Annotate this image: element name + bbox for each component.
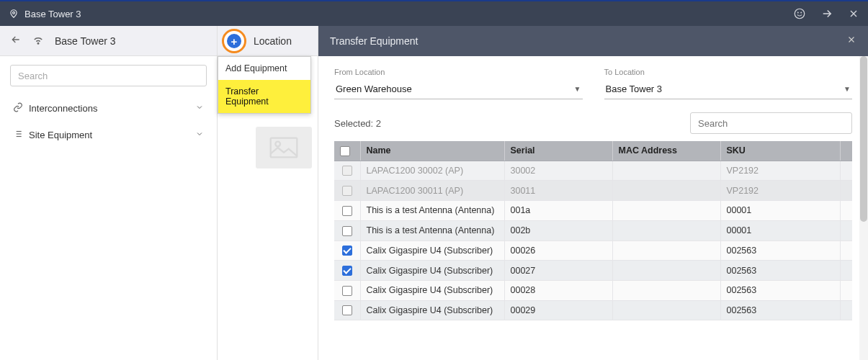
- cell-mac: [612, 280, 720, 300]
- row-checkbox[interactable]: [342, 286, 352, 296]
- table-row[interactable]: Calix Gigaspire U4 (Subscriber)000270025…: [334, 261, 852, 281]
- svg-point-2: [797, 12, 798, 13]
- add-location-button[interactable]: +: [222, 29, 246, 53]
- col-header-sku[interactable]: SKU: [720, 141, 841, 161]
- cell-serial: 00027: [504, 261, 612, 281]
- col-header-name[interactable]: Name: [360, 141, 504, 161]
- table-row[interactable]: This is a test Antenna (Antenna)001a0000…: [334, 201, 852, 221]
- forward-arrow-icon[interactable]: [820, 7, 833, 20]
- table-row[interactable]: Calix Gigaspire U4 (Subscriber)000260025…: [334, 240, 852, 261]
- row-checkbox[interactable]: [342, 226, 352, 236]
- location-panel: + Location Add Equipment Transfer Equipm…: [218, 26, 318, 360]
- row-checkbox[interactable]: [342, 206, 352, 216]
- from-location-value: Green Warehouse: [336, 84, 412, 94]
- cell-name: This is a test Antenna (Antenna): [360, 201, 504, 221]
- transfer-panel: Transfer Equipment From Location Green W…: [318, 26, 868, 360]
- svg-point-0: [13, 12, 15, 14]
- sidebar-item-interconnections[interactable]: Interconnections: [0, 95, 217, 122]
- cell-sku: VP2192: [720, 181, 841, 201]
- sidebar-item-site-equipment[interactable]: Site Equipment: [0, 122, 217, 148]
- cell-serial: 001a: [504, 201, 612, 221]
- caret-down-icon: ▼: [844, 85, 851, 93]
- table-row[interactable]: This is a test Antenna (Antenna)002b0000…: [334, 220, 852, 240]
- table-row[interactable]: Calix Gigaspire U4 (Subscriber)000290025…: [334, 300, 852, 320]
- location-pin-icon: [9, 9, 19, 19]
- link-icon: [13, 102, 29, 114]
- col-header-mac[interactable]: MAC Address: [612, 141, 720, 161]
- plus-icon: +: [227, 34, 241, 48]
- selected-count: Selected: 2: [334, 118, 381, 129]
- cell-name: LAPAC1200 30002 (AP): [360, 161, 504, 181]
- sidebar-header: Base Tower 3: [0, 26, 217, 56]
- cell-sku: 00001: [720, 201, 841, 221]
- equipment-table: Name Serial MAC Address SKU LAPAC1200 30…: [334, 141, 852, 320]
- cell-name: Calix Gigaspire U4 (Subscriber): [360, 240, 504, 261]
- app-topbar: Base Tower 3: [0, 0, 868, 26]
- cell-mac: [612, 240, 720, 261]
- cell-mac: [612, 181, 720, 201]
- col-header-serial[interactable]: Serial: [504, 141, 612, 161]
- sidebar-item-label: Interconnections: [29, 103, 195, 114]
- row-checkbox[interactable]: [342, 266, 352, 276]
- close-icon[interactable]: [846, 35, 856, 48]
- cell-sku: 00001: [720, 220, 841, 240]
- cell-serial: 00028: [504, 280, 612, 300]
- cell-name: Calix Gigaspire U4 (Subscriber): [360, 300, 504, 320]
- scrollbar-thumb[interactable]: [860, 56, 867, 222]
- header-checkbox[interactable]: [340, 146, 350, 156]
- menu-item-add-equipment[interactable]: Add Equipment: [218, 57, 310, 80]
- cell-sku: 002563: [720, 240, 841, 261]
- caret-down-icon: ▼: [574, 85, 581, 93]
- table-row[interactable]: Calix Gigaspire U4 (Subscriber)000280025…: [334, 280, 852, 300]
- row-checkbox: [342, 186, 352, 196]
- topbar-title: Base Tower 3: [24, 9, 81, 19]
- panel-title: Transfer Equipment: [330, 35, 418, 47]
- cell-serial: 00026: [504, 240, 612, 261]
- cell-name: LAPAC1200 30011 (AP): [360, 181, 504, 201]
- chevron-down-icon: [195, 103, 204, 114]
- cell-name: Calix Gigaspire U4 (Subscriber): [360, 280, 504, 300]
- cell-serial: 30011: [504, 181, 612, 201]
- table-search-input[interactable]: [690, 112, 852, 134]
- table-row[interactable]: LAPAC1200 30002 (AP)30002VP2192: [334, 161, 852, 181]
- table-row[interactable]: LAPAC1200 30011 (AP)30011VP2192: [334, 181, 852, 201]
- smiley-icon[interactable]: [793, 7, 806, 20]
- svg-rect-11: [271, 138, 297, 158]
- from-location-label: From Location: [334, 68, 583, 76]
- cell-serial: 00029: [504, 300, 612, 320]
- svg-point-1: [795, 9, 805, 19]
- list-icon: [13, 129, 29, 141]
- menu-item-transfer-equipment[interactable]: Transfer Equipment: [218, 80, 310, 113]
- close-window-icon[interactable]: [848, 8, 859, 19]
- wifi-icon: [32, 33, 45, 48]
- cell-sku: 002563: [720, 280, 841, 300]
- cell-name: This is a test Antenna (Antenna): [360, 220, 504, 240]
- cell-mac: [612, 201, 720, 221]
- cell-mac: [612, 161, 720, 181]
- svg-point-4: [37, 43, 39, 45]
- to-location-value: Base Tower 3: [606, 84, 663, 94]
- row-checkbox: [342, 166, 352, 176]
- location-title: Location: [254, 35, 292, 47]
- sidebar: Base Tower 3 Interconnections Site Equip…: [0, 26, 218, 360]
- add-dropdown-menu: Add Equipment Transfer Equipment: [218, 56, 311, 114]
- back-arrow-icon[interactable]: [10, 34, 22, 48]
- sidebar-item-label: Site Equipment: [29, 130, 195, 140]
- location-header: + Location: [218, 26, 318, 56]
- from-location-select[interactable]: Green Warehouse ▼: [334, 81, 583, 99]
- row-checkbox[interactable]: [342, 305, 352, 315]
- panel-header: Transfer Equipment: [318, 26, 868, 56]
- cell-mac: [612, 300, 720, 320]
- to-location-select[interactable]: Base Tower 3 ▼: [604, 81, 853, 99]
- chevron-down-icon: [195, 130, 204, 140]
- sidebar-search-input[interactable]: [10, 65, 207, 86]
- cell-mac: [612, 220, 720, 240]
- cell-serial: 002b: [504, 220, 612, 240]
- row-checkbox[interactable]: [342, 246, 352, 256]
- scrollbar-track[interactable]: [859, 56, 868, 360]
- image-placeholder: [256, 127, 312, 168]
- cell-serial: 30002: [504, 161, 612, 181]
- cell-mac: [612, 261, 720, 281]
- svg-point-12: [275, 142, 280, 147]
- sidebar-site-name: Base Tower 3: [55, 35, 116, 47]
